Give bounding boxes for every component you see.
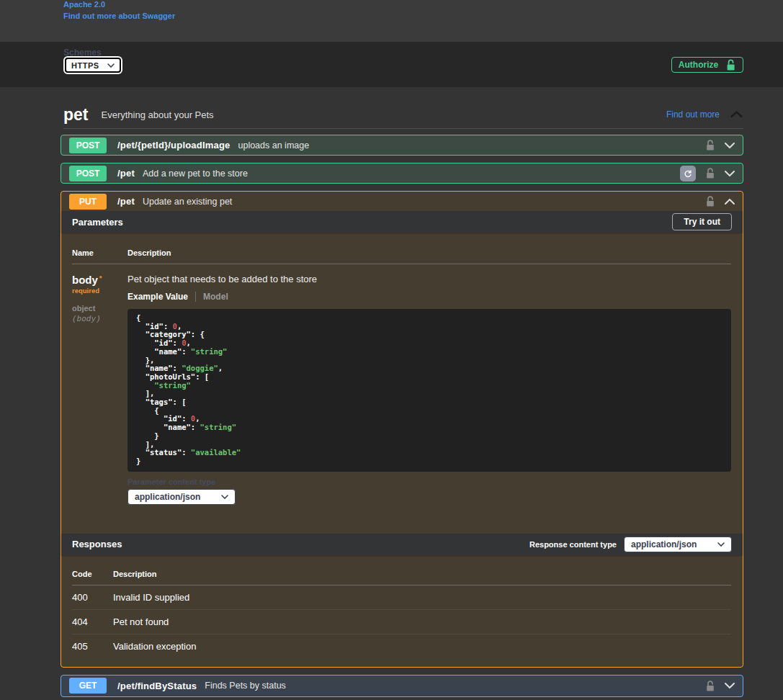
code-column-header: Code	[72, 570, 113, 585]
unlock-icon[interactable]	[705, 195, 715, 207]
tab-example-value[interactable]: Example Value	[127, 292, 196, 302]
tag-header-pet[interactable]: pet Everything about your Pets Find out …	[63, 101, 743, 129]
response-description: Pet not found	[113, 616, 731, 627]
operation-summary: Finds Pets by status	[205, 681, 286, 691]
about-swagger-link[interactable]: Find out more about Swagger	[63, 12, 783, 20]
tab-model[interactable]: Model	[203, 292, 228, 302]
response-description: Validation exception	[113, 641, 731, 652]
operation-header[interactable]: GET /pet/findByStatus Finds Pets by stat…	[61, 676, 743, 696]
operation-header[interactable]: POST /pet/{petId}/uploadImage uploads an…	[61, 135, 743, 155]
chevron-down-icon[interactable]	[725, 171, 735, 176]
operation-summary: uploads an image	[238, 140, 309, 151]
authorize-label: Authorize	[679, 60, 718, 70]
response-content-type-value: application/json	[631, 539, 697, 549]
chevron-down-icon	[717, 542, 725, 547]
info-bar: Apache 2.0 Find out more about Swagger	[0, 0, 783, 42]
find-out-more-link[interactable]: Find out more	[666, 109, 720, 120]
response-code: 400	[72, 592, 113, 603]
unlock-icon[interactable]	[705, 139, 715, 151]
chevron-down-icon	[107, 63, 115, 68]
responses-title: Responses	[72, 539, 122, 549]
method-badge: POST	[69, 166, 107, 181]
operation-path: /pet/findByStatus	[117, 681, 197, 691]
chevron-down-icon[interactable]	[725, 143, 735, 148]
parameter-row-body: body* required object (body) Pet object …	[72, 264, 731, 505]
method-badge: POST	[69, 138, 107, 153]
parameter-description: Pet object that needs to be added to the…	[127, 274, 731, 284]
responses-table: Code Description 400 Invalid ID supplied…	[61, 555, 743, 667]
name-column-header: Name	[72, 248, 127, 264]
chevron-down-icon	[221, 495, 228, 499]
operation-get-findbystatus: GET /pet/findByStatus Finds Pets by stat…	[61, 675, 743, 697]
chevron-up-icon[interactable]	[730, 111, 743, 118]
chevron-down-icon[interactable]	[725, 683, 735, 688]
operation-summary: Update an existing pet	[143, 197, 232, 207]
operation-header[interactable]: PUT /pet Update an existing pet	[61, 192, 743, 211]
tag-description: Everything about your Pets	[102, 109, 214, 120]
operation-post-uploadimage: POST /pet/{petId}/uploadImage uploads an…	[61, 135, 743, 156]
scheme-bar: Schemes HTTPS Authorize	[0, 42, 783, 87]
operation-header[interactable]: POST /pet Add a new pet to the store	[61, 163, 743, 183]
operation-summary: Add a new pet to the store	[143, 169, 248, 179]
parameters-title: Parameters	[72, 217, 123, 228]
response-row-404: 404 Pet not found	[72, 610, 731, 634]
response-content-type-label: Response content type	[529, 540, 617, 549]
unlock-icon	[725, 58, 736, 71]
api-operations: pet Everything about your Pets Find out …	[0, 87, 783, 700]
responses-section-header: Responses Response content type applicat…	[61, 534, 743, 555]
swagger-ui-page: Apache 2.0 Find out more about Swagger S…	[0, 0, 783, 700]
response-code: 404	[72, 616, 113, 627]
scheme-select[interactable]: HTTPS	[65, 58, 121, 73]
unlock-icon[interactable]	[705, 167, 715, 179]
operation-put-pet: PUT /pet Update an existing pet	[61, 191, 743, 668]
parameter-content-type-value: application/json	[135, 492, 200, 502]
parameters-table: Name Description body* required object (…	[61, 233, 743, 534]
response-row-405: 405 Validation exception	[72, 634, 731, 658]
refresh-badge-icon[interactable]	[680, 166, 696, 181]
parameters-section-header: Parameters Try it out	[61, 211, 743, 233]
response-content-type-select[interactable]: application/json	[624, 537, 732, 552]
operation-path: /pet/{petId}/uploadImage	[117, 140, 230, 151]
method-badge: PUT	[69, 194, 107, 210]
operation-path: /pet	[117, 196, 135, 207]
response-code: 405	[72, 641, 113, 652]
response-row-400: 400 Invalid ID supplied	[72, 585, 731, 610]
parameter-content-type-select[interactable]: application/json	[127, 489, 236, 505]
parameter-content-type-label: Parameter content type	[127, 477, 731, 486]
description-column-header: Description	[127, 248, 731, 264]
try-it-out-button[interactable]: Try it out	[672, 213, 732, 230]
operation-path: /pet	[117, 168, 135, 179]
tag-name: pet	[63, 105, 89, 125]
chevron-up-icon[interactable]	[725, 199, 735, 205]
response-description: Invalid ID supplied	[113, 592, 731, 603]
model-example-tabs: Example Value Model	[127, 292, 731, 302]
method-badge: GET	[69, 678, 107, 694]
parameter-name: body	[72, 274, 98, 286]
schemes-label: Schemes	[63, 48, 102, 58]
authorize-button[interactable]: Authorize	[671, 57, 743, 73]
parameter-location: (body)	[72, 315, 127, 323]
description-column-header: Description	[113, 570, 731, 585]
example-value-code: { "id": 0, "category": { "id": 0, "name"…	[127, 309, 731, 472]
operation-post-pet: POST /pet Add a new pet to the store	[61, 163, 743, 184]
license-link[interactable]: Apache 2.0	[63, 0, 783, 9]
unlock-icon[interactable]	[705, 680, 715, 692]
parameter-type: object	[72, 304, 127, 313]
scheme-select-value: HTTPS	[71, 61, 99, 70]
